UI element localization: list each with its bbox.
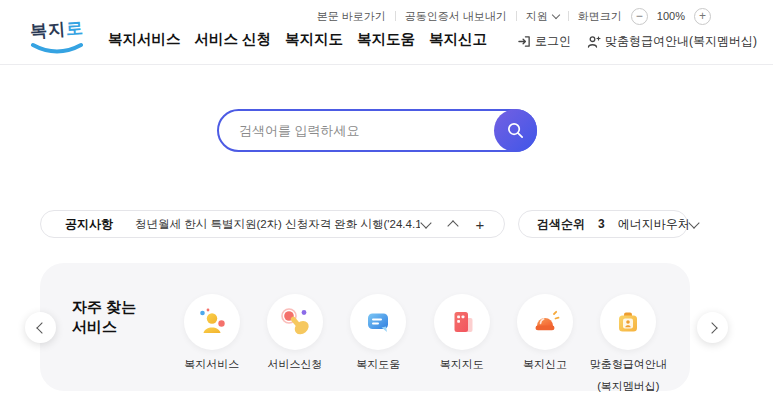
notice-bar: 공지사항 청년월세 한시 특별지원(2차) 신청자격 완화 시행('24.4.1…: [40, 210, 505, 238]
title-line2: 서비스: [72, 317, 136, 337]
logo-text: 복지로: [29, 16, 90, 43]
chevron-left-icon: [36, 322, 47, 333]
nav-welfare-help[interactable]: 복지도움: [357, 30, 415, 49]
search-input[interactable]: [239, 123, 485, 138]
service-label: 서비스신청: [267, 358, 322, 372]
notice-next-button[interactable]: [447, 218, 459, 230]
login-button[interactable]: 로그인: [518, 33, 571, 50]
rank-number: 3: [598, 217, 605, 231]
siren-icon: [517, 294, 573, 350]
title-line1: 자주 찾는: [72, 297, 136, 317]
nav-welfare-services[interactable]: 복지서비스: [108, 30, 181, 49]
zoom-out-button[interactable]: −: [631, 8, 648, 25]
chevron-up-icon: [447, 220, 458, 231]
search-bar: [217, 109, 537, 152]
frequent-services-panel: 자주 찾는 서비스 복지서비스: [40, 263, 690, 391]
divider: [395, 11, 396, 21]
service-items: 복지서비스 서비스신청: [170, 294, 670, 394]
service-item-membership-guide[interactable]: 맞춤형급여안내 (복지멤버십): [587, 294, 670, 394]
member-person-icon: [587, 35, 601, 49]
search-rank-widget: 검색순위 3 에너지바우처: [518, 210, 688, 238]
service-item-welfare-map[interactable]: 복지지도: [420, 294, 503, 394]
divider: [516, 11, 517, 21]
support-label: 지원: [526, 9, 548, 24]
service-item-welfare-report[interactable]: 복지신고: [503, 294, 586, 394]
service-item-welfare-help[interactable]: 복지도움: [337, 294, 420, 394]
service-item-welfare-services[interactable]: 복지서비스: [170, 294, 253, 394]
building-icon: [434, 294, 490, 350]
skip-to-content-link[interactable]: 본문 바로가기: [317, 9, 386, 24]
service-label: 복지도움: [356, 358, 400, 372]
login-label: 로그인: [535, 33, 571, 50]
service-label: 복지지도: [440, 358, 484, 372]
service-item-service-apply[interactable]: 서비스신청: [253, 294, 336, 394]
logo-smile-icon: [30, 42, 84, 56]
bokjiro-home-page: 본문 바로가기 공동인증서 내보내기 지원 화면크기 − 100% + 복지로 …: [0, 0, 773, 408]
screen-size-label: 화면크기: [578, 9, 622, 24]
notice-label: 공지사항: [65, 216, 113, 233]
hand-click-icon: [267, 294, 323, 350]
person-icon: [184, 294, 240, 350]
nav-welfare-report[interactable]: 복지신고: [429, 30, 487, 49]
membership-label: 맞춤형급여안내(복지멤버십): [605, 33, 757, 50]
chevron-down-icon: [688, 217, 699, 228]
zoom-in-button[interactable]: +: [694, 8, 711, 25]
carousel-prev-button[interactable]: [25, 312, 56, 343]
logo-text-dark: 복지: [29, 20, 66, 41]
service-label: 복지서비스: [184, 358, 239, 372]
support-dropdown[interactable]: 지원: [526, 9, 559, 24]
bokjiro-logo[interactable]: 복지로: [30, 18, 90, 56]
logo-text-blue: 로: [65, 18, 84, 38]
zoom-level-value: 100%: [657, 10, 685, 22]
cert-export-link[interactable]: 공동인증서 내보내기: [405, 9, 507, 24]
service-label-2: (복지멤버십): [597, 380, 659, 394]
utility-bar: 본문 바로가기 공동인증서 내보내기 지원 화면크기 − 100% +: [317, 7, 711, 25]
chat-bubble-icon: [350, 294, 406, 350]
frequent-services-title: 자주 찾는 서비스: [72, 297, 136, 336]
membership-guide-button[interactable]: 맞춤형급여안내(복지멤버십): [587, 33, 757, 50]
rank-dropdown-button[interactable]: [690, 222, 698, 227]
chevron-right-icon: [706, 322, 717, 333]
search-icon: [506, 121, 525, 140]
header-divider: [0, 64, 773, 65]
chevron-down-icon: [420, 217, 431, 228]
carousel-next-button[interactable]: [697, 312, 728, 343]
notice-prev-button[interactable]: [420, 218, 432, 230]
rank-keyword[interactable]: 에너지바우처: [618, 216, 690, 233]
nav-service-apply[interactable]: 서비스 신청: [195, 30, 272, 49]
notice-text[interactable]: 청년월세 한시 특별지원(2차) 신청자격 완화 시행('24.4.12~): [135, 217, 420, 232]
chevron-down-icon: [552, 10, 560, 18]
gift-badge-icon: [600, 294, 656, 350]
service-label: 맞춤형급여안내: [590, 358, 667, 372]
header-right: 로그인 맞춤형급여안내(복지멤버십): [518, 33, 757, 50]
nav-welfare-map[interactable]: 복지지도: [285, 30, 343, 49]
service-label: 복지신고: [523, 358, 567, 372]
search-button[interactable]: [494, 109, 537, 152]
login-icon: [518, 35, 531, 48]
main-nav: 복지서비스 서비스 신청 복지지도 복지도움 복지신고: [108, 30, 487, 49]
notice-expand-button[interactable]: +: [474, 218, 486, 230]
notice-controls: +: [420, 218, 486, 230]
rank-label: 검색순위: [537, 216, 585, 233]
divider: [568, 11, 569, 21]
